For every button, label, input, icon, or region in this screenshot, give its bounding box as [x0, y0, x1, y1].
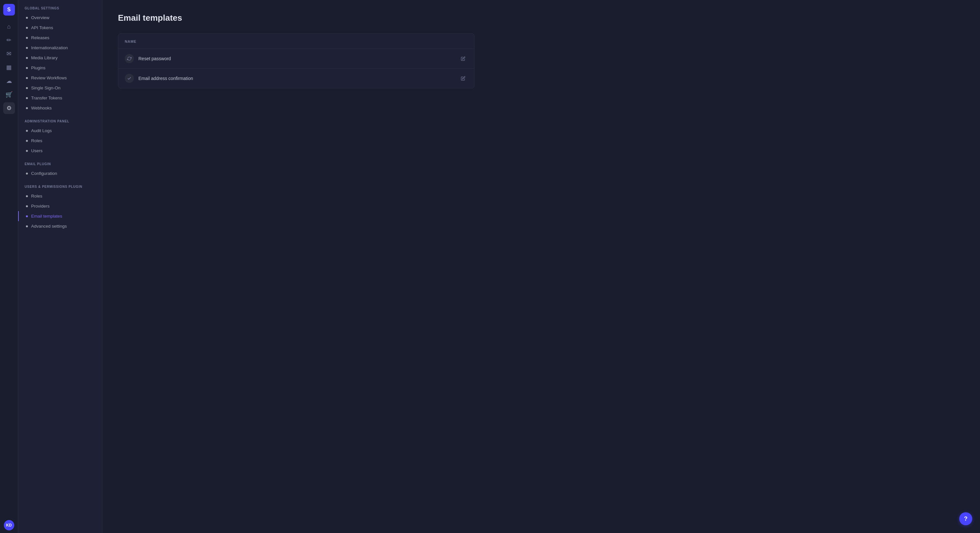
nav-email-templates[interactable]: Email templates	[18, 211, 102, 221]
nav-dot	[26, 195, 28, 197]
nav-overview[interactable]: Overview	[18, 13, 102, 23]
table-row[interactable]: Email address confirmation	[118, 69, 474, 88]
nav-dot	[26, 107, 28, 109]
email-confirmation-icon	[125, 74, 134, 83]
nav-internationalization[interactable]: Internationalization	[18, 43, 102, 53]
users-permissions-section-title: USERS & PERMISSIONS PLUGIN	[18, 178, 102, 191]
nav-providers[interactable]: Providers	[18, 201, 102, 211]
reset-password-edit-button[interactable]	[458, 54, 468, 63]
page-title: Email templates	[118, 13, 964, 23]
nav-dot	[26, 215, 28, 217]
nav-dot	[26, 130, 28, 132]
admin-panel-section-title: ADMINISTRATION PANEL	[18, 113, 102, 125]
main-content: Email templates NAME Reset password	[102, 0, 980, 533]
cart-nav-icon[interactable]: 🛒	[3, 89, 15, 100]
nav-media-library[interactable]: Media Library	[18, 53, 102, 63]
nav-review-workflows[interactable]: Review Workflows	[18, 73, 102, 83]
nav-dot	[26, 77, 28, 79]
pen-nav-icon[interactable]: ✏	[3, 34, 15, 46]
help-button[interactable]: ?	[959, 512, 972, 525]
nav-releases[interactable]: Releases	[18, 33, 102, 43]
nav-dot	[26, 17, 28, 19]
nav-dot	[26, 97, 28, 99]
reset-password-label: Reset password	[138, 56, 454, 61]
user-avatar[interactable]: KD	[4, 520, 14, 530]
nav-transfer-tokens[interactable]: Transfer Tokens	[18, 93, 102, 103]
reset-password-icon	[125, 54, 134, 63]
nav-dot	[26, 205, 28, 207]
nav-audit-logs[interactable]: Audit Logs	[18, 125, 102, 136]
email-plugin-section-title: EMAIL PLUGIN	[18, 156, 102, 168]
table-row[interactable]: Reset password	[118, 49, 474, 69]
nav-dot	[26, 47, 28, 49]
nav-dot	[26, 37, 28, 39]
nav-dot	[26, 140, 28, 142]
column-name-header: NAME	[125, 40, 137, 43]
settings-nav-icon[interactable]: ⚙	[3, 102, 15, 114]
table-header: NAME	[118, 34, 474, 49]
nav-dot	[26, 173, 28, 174]
nav-dot	[26, 150, 28, 152]
nav-single-sign-on[interactable]: Single Sign-On	[18, 83, 102, 93]
nav-dot	[26, 225, 28, 227]
nav-advanced-settings[interactable]: Advanced settings	[18, 221, 102, 231]
cloud-nav-icon[interactable]: ☁	[3, 75, 15, 87]
nav-api-tokens[interactable]: API Tokens	[18, 23, 102, 33]
layout-nav-icon[interactable]: ▦	[3, 62, 15, 73]
icon-sidebar: S ⌂ ✏ ✉ ▦ ☁ 🛒 ⚙ KD	[0, 0, 18, 533]
nav-webhooks[interactable]: Webhooks	[18, 103, 102, 113]
nav-roles-permissions[interactable]: Roles	[18, 191, 102, 201]
nav-email-configuration[interactable]: Configuration	[18, 168, 102, 178]
email-confirmation-edit-button[interactable]	[458, 74, 468, 83]
app-logo[interactable]: S	[3, 4, 15, 16]
nav-roles-admin[interactable]: Roles	[18, 136, 102, 146]
global-settings-section-title: GLOBAL SETTINGS	[18, 0, 102, 13]
nav-plugins[interactable]: Plugins	[18, 63, 102, 73]
nav-dot	[26, 27, 28, 29]
nav-users[interactable]: Users	[18, 146, 102, 156]
email-confirmation-label: Email address confirmation	[138, 76, 454, 81]
home-nav-icon[interactable]: ⌂	[3, 21, 15, 32]
nav-dot	[26, 87, 28, 89]
email-templates-table: NAME Reset password	[118, 33, 474, 89]
mail-nav-icon[interactable]: ✉	[3, 48, 15, 60]
nav-dot	[26, 67, 28, 69]
nav-dot	[26, 57, 28, 59]
nav-sidebar: GLOBAL SETTINGS Overview API Tokens Rele…	[18, 0, 102, 533]
